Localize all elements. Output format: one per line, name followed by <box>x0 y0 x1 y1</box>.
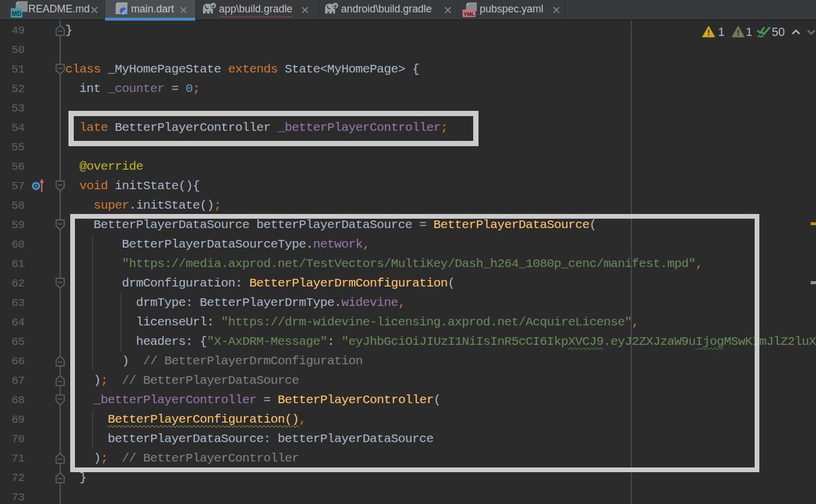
svg-text:YML: YML <box>464 11 476 17</box>
svg-text:MD: MD <box>12 10 22 17</box>
